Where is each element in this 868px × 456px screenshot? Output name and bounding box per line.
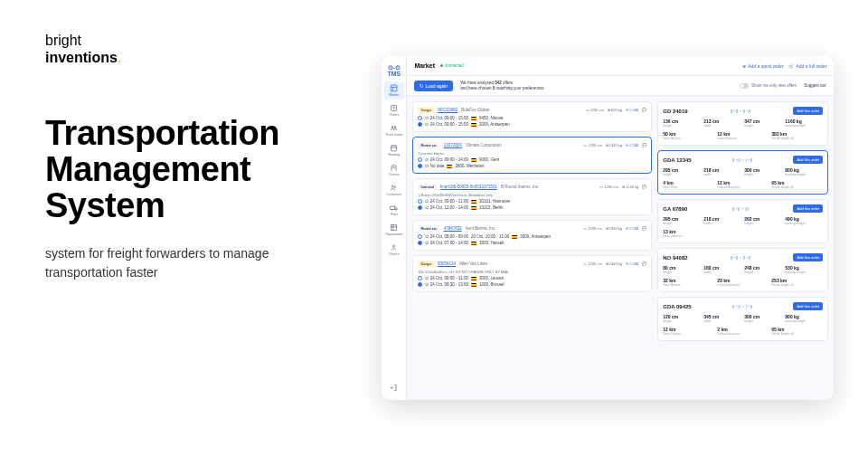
suggestion-card: GDA 12345 ||→|| → |→|| Add this order 29… [657,150,828,195]
sidebar-item-drivers[interactable]: Drivers [384,241,404,259]
offer-card[interactable]: Route co. 47847832 Aunt Bertha, Inc. ▭ 1… [412,220,652,251]
offer-type-badge: Cargo [418,261,434,267]
vehicle-route-link[interactable]: ||→|| → |→|| [732,304,752,309]
suggestion-card: NO 94082 ||→|| → ||→|| Add this order 80… [657,248,828,292]
sidebar-item-orders[interactable]: Orders [384,101,404,119]
content-area: Cargo NFCS3482 BubiFox Global ▭ 1200 cm⊞… [407,96,834,400]
chat-icon[interactable]: 💬 [642,143,646,147]
toggle-switch[interactable] [740,83,749,89]
carriers-icon [390,164,398,172]
vehicle-title: NO 94082 [663,255,687,261]
chat-icon[interactable]: 💬 [642,108,646,112]
offer-id-link[interactable]: 13272829 [444,143,462,147]
hero-right-panel: ⊙-⊙TMS Market Orders Truck routes Bookin… [382,0,868,456]
offer-note: Concrete blocks [418,151,646,156]
market-icon [390,84,398,92]
vehicle-title: GDA 09425 [663,304,691,309]
svg-rect-8 [392,225,397,231]
offer-company: Allen Van Lines [459,261,487,266]
vehicle-title: GD 24019 [663,109,687,114]
sidebar-item-market[interactable]: Market [384,81,404,100]
vehicle-title: GA 67890 [663,206,687,212]
offer-type-badge: Internal [418,184,436,190]
offer-card[interactable]: Internal fmdrc3f6-50003-5b0533273531 B R… [412,178,652,215]
suggestions-column: GD 24019 ||→|| → ||→|| Add this order 13… [657,101,828,394]
offer-card[interactable]: Route co. 13272829 Climate Corporation ▭… [412,137,652,174]
offer-meta: ▭ 1200 cm⊞ 600 kg ⟳ € 530 💬 [586,108,647,112]
app-logo: ⊙-⊙TMS [388,62,401,80]
hero-subtitle: system for freight forwarders to manage … [45,244,280,282]
svg-rect-0 [392,85,398,91]
offer-company: Aunt Bertha, Inc. [466,226,496,231]
page-title: Market [414,62,435,69]
offer-route: ⊙ 24 Oct, 09:00 - 14:009000, Gent ⊙ No d… [418,157,646,168]
vehicle-dimensions: 80 cmlength180 cmwidth248 cmheight530 kg… [663,265,823,274]
offer-id-link[interactable]: fmdrc3f6-50003-5b0533273531 [440,185,497,189]
load-again-button[interactable]: ↻ Load again [414,81,453,91]
orders-icon [390,104,398,112]
chat-icon[interactable]: 💬 [642,226,646,231]
offer-company: Climate Corporation [466,143,502,147]
offer-meta: ▭ 1200 cm⊞ 1340 kg ⟳ € 530 💬 [583,261,646,266]
fleet-icon [390,204,398,212]
booking-icon [390,144,398,152]
vehicle-dimensions: 136 cmlength213 cmwidth347 cmheight1160 … [663,119,823,128]
app-topbar: Market connected ⊕ Add a quick order 🛒 A… [407,56,834,76]
routes-icon [390,124,398,132]
offer-card[interactable]: Cargo NFCS3482 BubiFox Global ▭ 1200 cm⊞… [412,101,652,132]
dispositions-icon [390,223,398,232]
suggestion-card: GA 67890 ||→|| → ||| Add this order 295 … [657,199,828,243]
svg-point-9 [393,245,395,247]
add-order-button[interactable]: Add this order [793,107,823,115]
offer-card[interactable]: Cargo 93054124 Allen Van Lines ▭ 1200 cm… [412,255,652,292]
vehicle-dimensions: 120 cmlength345 cmwidth300 cmheight800 k… [663,314,823,323]
add-full-order-link[interactable]: 🛒 Add a full order [788,63,826,69]
vehicle-distances: 12 kmNear Leuven2 kmUnload distance65 km… [663,327,823,336]
vehicle-route-link[interactable]: ||→|| → ||→|| [731,109,751,113]
offer-route: ⊙ 24 Oct, 09:00 - 11:0030161, Hannover ⊙… [418,199,646,210]
tms-app-window: ⊙-⊙TMS Market Orders Truck routes Bookin… [382,56,834,400]
vehicle-route-link[interactable]: ||→|| → ||→|| [731,255,751,260]
offer-route: ⊙ 24 Oct, 09:00 - 15:009450, Ninove ⊙ 24… [418,116,646,127]
add-order-button[interactable]: Add this order [793,253,823,261]
drivers-icon [390,243,398,252]
add-order-button[interactable]: Add this order [793,302,823,310]
add-quick-order-link[interactable]: ⊕ Add a quick order [742,63,783,69]
offer-note: 10x 520x40x30cm <45 KG NO CHANGE ONLY BY… [418,270,646,274]
filter-message: We have analysed 542 offers and have cho… [460,81,544,91]
sidebar-logout[interactable] [384,381,404,394]
vehicle-dimensions: 295 cmlength218 cmwidth202 cmheight490 k… [663,216,823,225]
app-sidebar: ⊙-⊙TMS Market Orders Truck routes Bookin… [382,56,407,400]
offer-type-badge: Route co. [418,225,439,232]
svg-rect-5 [391,206,395,209]
offer-meta: ▭ 1200 cm⊞ 1240 kg 💬 [599,185,646,189]
offer-meta: ▭ 1200 cm⊞ 1340 kg ⟳ € 530 💬 [583,143,646,147]
vehicle-route-link[interactable]: ||→|| → |→|| [732,157,752,162]
offer-id-link[interactable]: NFCS3482 [438,108,458,112]
svg-rect-2 [392,146,397,151]
chat-icon[interactable]: 💬 [642,261,646,266]
new-offers-toggle[interactable]: Show me only new offers [740,83,797,89]
connection-status: connected [440,63,464,68]
sidebar-item-routes[interactable]: Truck routes [384,121,404,139]
customers-icon [390,184,398,192]
vehicle-title: GDA 12345 [663,157,691,163]
vehicle-distances: 13 kmNear distance [663,229,823,238]
sidebar-item-customers[interactable]: Customers [384,181,404,199]
sidebar-item-booking[interactable]: Booking [384,141,404,159]
chat-icon[interactable]: 💬 [642,185,646,189]
add-order-button[interactable]: Add this order [793,156,823,164]
vehicle-route-link[interactable]: ||→|| → ||| [732,206,749,211]
sidebar-item-carriers[interactable]: Carriers [384,161,404,179]
sidebar-item-dispositions[interactable]: Dispositions [384,221,404,239]
svg-point-3 [392,185,394,187]
offer-meta: ▭ 1200 cm⊞ 1340 kg ⟳ € 530 💬 [583,226,646,231]
offer-id-link[interactable]: 93054124 [438,261,456,266]
vehicle-dimensions: 295 cmlength218 cmwidth300 cmheight800 k… [663,167,823,176]
offer-id-link[interactable]: 47847832 [444,226,462,231]
add-order-button[interactable]: Add this order [793,204,823,213]
offer-route: ⊙ 24 Oct, 09:00 - 11:003000, Leuven ⊙ 24… [418,276,646,287]
sidebar-item-fleet[interactable]: Fleet [384,201,404,219]
filter-bar: ↻ Load again We have analysed 542 offers… [407,76,834,96]
brand-logo: bright inventions. [45,32,354,66]
